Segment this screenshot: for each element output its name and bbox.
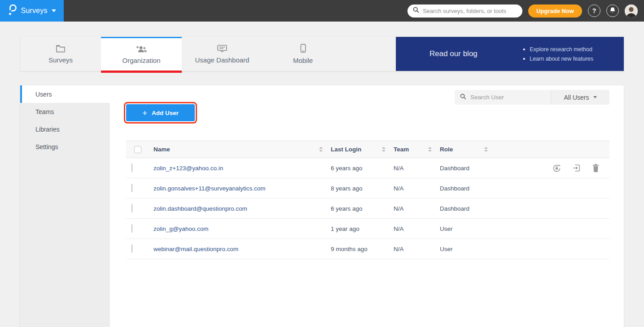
team-cell: N/A bbox=[389, 246, 435, 252]
topbar: Surveys Upgrade Now ? bbox=[0, 0, 644, 22]
team-cell: N/A bbox=[389, 165, 435, 172]
add-group-icon bbox=[136, 45, 147, 53]
plus-icon: + bbox=[142, 109, 147, 117]
row-checkbox[interactable] bbox=[131, 224, 132, 233]
delete-user-button[interactable] bbox=[592, 164, 600, 173]
global-search bbox=[407, 4, 522, 18]
user-email-link[interactable]: webinar@mail.questionpro.com bbox=[149, 246, 326, 252]
bell-icon bbox=[609, 7, 616, 15]
sort-icon[interactable] bbox=[428, 147, 432, 152]
users-table: Name Last Login Team Role bbox=[126, 141, 609, 259]
table-row: zolin.gonsalves+11@surveyanalytics.com 8… bbox=[126, 178, 609, 199]
folder-icon bbox=[56, 44, 66, 53]
role-cell: User bbox=[435, 246, 491, 252]
column-header-name[interactable]: Name bbox=[149, 141, 326, 158]
blog-title[interactable]: Read our blog bbox=[429, 49, 478, 58]
user-email-link[interactable]: zolin_g@yahoo.com bbox=[149, 225, 326, 232]
users-content: All Users + Add User Name Last Login bbox=[110, 85, 624, 327]
blog-bullet-list: Explore research method Learn about new … bbox=[523, 44, 593, 65]
table-header-row: Name Last Login Team Role bbox=[126, 141, 609, 158]
tab-strip-filler bbox=[343, 37, 396, 71]
user-email-link[interactable]: zolin.dashboard@questionpro.com bbox=[149, 205, 326, 212]
role-cell: Dashboard bbox=[435, 185, 491, 192]
search-icon bbox=[460, 93, 466, 102]
org-sidebar: Users Teams Libraries Settings bbox=[20, 85, 110, 327]
row-checkbox[interactable] bbox=[131, 204, 132, 212]
search-user-input[interactable] bbox=[470, 94, 545, 101]
tab-label: Surveys bbox=[48, 56, 73, 64]
sort-icon[interactable] bbox=[319, 147, 323, 152]
chevron-down-icon bbox=[52, 9, 56, 12]
user-filter-dropdown[interactable]: All Users bbox=[551, 90, 609, 105]
table-row: webinar@mail.questionpro.com 9 months ag… bbox=[126, 239, 609, 259]
last-login-cell: 1 year ago bbox=[326, 225, 389, 232]
table-row: zolin.dashboard@questionpro.com 6 years … bbox=[126, 199, 609, 219]
column-header-role[interactable]: Role bbox=[435, 141, 491, 158]
team-cell: N/A bbox=[389, 185, 435, 192]
organization-panel: Users Teams Libraries Settings bbox=[20, 85, 624, 327]
blog-bullet: Explore research method bbox=[523, 46, 593, 53]
tab-organization[interactable]: Organization bbox=[101, 37, 182, 71]
tab-label: Mobile bbox=[293, 57, 313, 64]
tab-surveys[interactable]: Surveys bbox=[20, 37, 101, 71]
dashboard-icon bbox=[217, 44, 228, 53]
column-header-last-login[interactable]: Last Login bbox=[326, 141, 389, 158]
last-login-cell: 8 years ago bbox=[326, 185, 389, 192]
team-cell: N/A bbox=[389, 205, 435, 212]
mobile-icon bbox=[300, 44, 306, 53]
blog-bullet: Learn about new features bbox=[523, 55, 593, 62]
global-search-input[interactable] bbox=[423, 8, 517, 14]
questionpro-logo-icon bbox=[8, 4, 17, 18]
user-email-link[interactable]: zolin.gonsalves+11@surveyanalytics.com bbox=[149, 185, 326, 192]
user-search-group: All Users bbox=[455, 90, 609, 105]
last-login-cell: 6 years ago bbox=[326, 205, 389, 212]
blog-banner[interactable]: Read our blog Explore research method Le… bbox=[396, 37, 624, 71]
row-actions bbox=[491, 164, 609, 173]
sidebar-item-users[interactable]: Users bbox=[20, 85, 110, 103]
login-as-user-button[interactable] bbox=[572, 164, 581, 173]
reset-password-icon bbox=[552, 164, 561, 173]
table-row: zolin_g@yahoo.com 1 year ago N/A User bbox=[126, 219, 609, 239]
table-row: zolin_z+123@yahoo.co.in 6 years ago N/A … bbox=[126, 158, 609, 178]
tab-label: Organization bbox=[122, 57, 160, 64]
user-email-link[interactable]: zolin_z+123@yahoo.co.in bbox=[149, 165, 326, 172]
product-name: Surveys bbox=[21, 7, 47, 15]
help-button[interactable]: ? bbox=[588, 4, 600, 17]
role-cell: Dashboard bbox=[435, 205, 491, 212]
tab-label: Usage Dashboard bbox=[195, 56, 250, 64]
product-switcher[interactable]: Surveys bbox=[0, 0, 64, 22]
tab-usage-dashboard[interactable]: Usage Dashboard bbox=[182, 37, 263, 71]
trash-icon bbox=[592, 164, 600, 173]
sort-icon[interactable] bbox=[382, 147, 386, 152]
section-tabs: Surveys Organization Usage Dashboard bbox=[20, 37, 624, 71]
notifications-button[interactable] bbox=[606, 4, 619, 17]
login-as-icon bbox=[572, 164, 581, 173]
search-icon bbox=[413, 7, 419, 15]
chevron-down-icon bbox=[593, 96, 597, 98]
user-avatar[interactable] bbox=[625, 4, 638, 18]
last-login-cell: 6 years ago bbox=[326, 165, 389, 172]
sidebar-item-teams[interactable]: Teams bbox=[20, 103, 110, 120]
sidebar-item-libraries[interactable]: Libraries bbox=[20, 120, 110, 138]
row-checkbox[interactable] bbox=[131, 184, 132, 192]
sidebar-item-settings[interactable]: Settings bbox=[20, 138, 110, 155]
team-cell: N/A bbox=[389, 225, 435, 232]
reset-password-button[interactable] bbox=[552, 164, 561, 173]
sort-icon[interactable] bbox=[484, 147, 488, 152]
upgrade-now-button[interactable]: Upgrade Now bbox=[528, 4, 582, 18]
tab-mobile[interactable]: Mobile bbox=[263, 37, 343, 71]
last-login-cell: 9 months ago bbox=[326, 246, 389, 252]
add-user-button[interactable]: + Add User bbox=[126, 104, 195, 121]
select-all-checkbox[interactable] bbox=[134, 146, 141, 153]
user-search-field bbox=[455, 90, 551, 105]
row-checkbox[interactable] bbox=[131, 164, 132, 172]
role-cell: Dashboard bbox=[435, 165, 491, 172]
column-header-team[interactable]: Team bbox=[389, 141, 435, 158]
row-checkbox[interactable] bbox=[131, 244, 132, 253]
role-cell: User bbox=[435, 225, 491, 232]
